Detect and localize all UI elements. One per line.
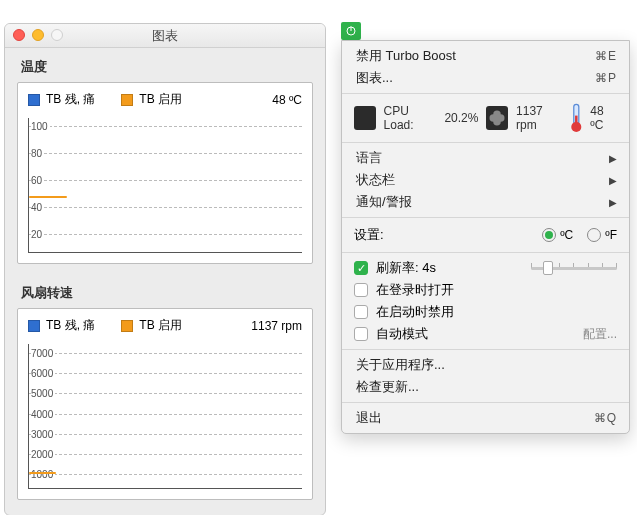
fan-panel: TB 残, 痛 TB 启用 1137 rpm 1000 2000 3000 40…	[17, 308, 313, 500]
legend-tb-on: TB 启用	[121, 317, 182, 334]
disable-at-start-row[interactable]: 在启动时禁用	[342, 301, 629, 323]
separator	[342, 252, 629, 253]
status-row: CPU Load: 20.2% 1137 rpm 48 ºC	[342, 98, 629, 138]
settings-row: 设置: ºC ºF	[342, 222, 629, 248]
shortcut: ⌘E	[595, 49, 617, 63]
separator	[342, 142, 629, 143]
separator	[342, 93, 629, 94]
separator	[342, 217, 629, 218]
titlebar[interactable]: 图表	[5, 24, 325, 48]
menu-check-updates[interactable]: 检查更新...	[342, 376, 629, 398]
temp-series-on	[29, 196, 67, 198]
temp-value: 48 ºC	[590, 104, 617, 132]
refresh-label: 刷新率: 4s	[376, 259, 436, 277]
swatch-orange-icon	[121, 94, 133, 106]
checkbox-icon[interactable]	[354, 327, 368, 341]
power-icon	[345, 25, 357, 37]
temp-current-value: 48 ºC	[272, 93, 302, 107]
fan-value: 1137 rpm	[516, 104, 562, 132]
radio-selected-icon	[542, 228, 556, 242]
charts-window: 图表 温度 TB 残, 痛 TB 启用 48 ºC 20 40 60 80 10…	[4, 23, 326, 515]
refresh-slider[interactable]	[531, 259, 617, 277]
checkbox-checked-icon[interactable]	[354, 261, 368, 275]
fan-current-value: 1137 rpm	[251, 319, 302, 333]
menubar-app-icon[interactable]	[341, 22, 361, 40]
fan-icon	[486, 106, 508, 130]
legend-tb-off: TB 残, 痛	[28, 317, 95, 334]
separator	[342, 402, 629, 403]
separator	[342, 349, 629, 350]
refresh-row[interactable]: 刷新率: 4s	[342, 257, 629, 279]
shortcut: ⌘Q	[594, 411, 617, 425]
minimize-icon[interactable]	[32, 29, 44, 41]
menu-disable-turbo[interactable]: 禁用 Turbo Boost ⌘E	[342, 45, 629, 67]
chevron-right-icon: ▶	[609, 197, 617, 208]
menu-quit[interactable]: 退出⌘Q	[342, 407, 629, 429]
swatch-blue-icon	[28, 94, 40, 106]
maximize-icon	[51, 29, 63, 41]
app-menu: 禁用 Turbo Boost ⌘E 图表... ⌘P CPU Load: 20.…	[341, 40, 630, 434]
menu-charts[interactable]: 图表... ⌘P	[342, 67, 629, 89]
thermometer-icon	[570, 106, 583, 130]
swatch-blue-icon	[28, 320, 40, 332]
unit-celsius[interactable]: ºC	[542, 228, 573, 242]
fan-heading: 风扇转速	[5, 274, 325, 308]
open-at-login-row[interactable]: 在登录时打开	[342, 279, 629, 301]
config-button[interactable]: 配置...	[583, 326, 617, 343]
chevron-right-icon: ▶	[609, 175, 617, 186]
swatch-orange-icon	[121, 320, 133, 332]
settings-label: 设置:	[354, 226, 384, 244]
temp-heading: 温度	[5, 48, 325, 82]
fan-series-on	[29, 472, 56, 474]
auto-mode-row[interactable]: 自动模式配置...	[342, 323, 629, 345]
legend-tb-off: TB 残, 痛	[28, 91, 95, 108]
cpu-chip-icon	[354, 106, 376, 130]
radio-icon	[587, 228, 601, 242]
svg-rect-5	[575, 115, 578, 125]
temp-panel: TB 残, 痛 TB 启用 48 ºC 20 40 60 80 100	[17, 82, 313, 264]
menu-statusbar[interactable]: 状态栏▶	[342, 169, 629, 191]
unit-fahrenheit[interactable]: ºF	[587, 228, 617, 242]
slider-thumb[interactable]	[543, 261, 553, 275]
chevron-right-icon: ▶	[609, 153, 617, 164]
fan-chart: 1000 2000 3000 4000 5000 6000 7000	[28, 344, 302, 489]
menu-language[interactable]: 语言▶	[342, 147, 629, 169]
temp-chart: 20 40 60 80 100	[28, 118, 302, 253]
legend-tb-on: TB 启用	[121, 91, 182, 108]
checkbox-icon[interactable]	[354, 305, 368, 319]
close-icon[interactable]	[13, 29, 25, 41]
cpu-load-value: 20.2%	[444, 111, 478, 125]
checkbox-icon[interactable]	[354, 283, 368, 297]
menu-about[interactable]: 关于应用程序...	[342, 354, 629, 376]
shortcut: ⌘P	[595, 71, 617, 85]
cpu-load-label: CPU Load:	[384, 104, 437, 132]
menu-notifications[interactable]: 通知/警报▶	[342, 191, 629, 213]
